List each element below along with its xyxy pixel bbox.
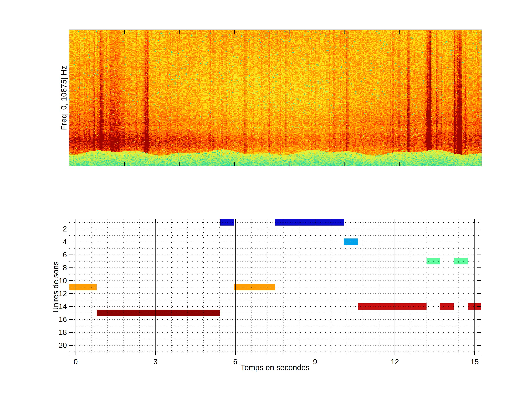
sound-unit-bar	[426, 258, 440, 264]
y-tick-label: 18	[47, 328, 67, 337]
sound-unit-bar	[234, 284, 275, 290]
y-tick-label: 16	[47, 315, 67, 324]
timeline-xlabel: Temps en secondes	[241, 363, 310, 372]
y-tick-label: 14	[47, 302, 67, 311]
sound-unit-bar	[275, 219, 344, 226]
sound-unit-bar	[97, 310, 220, 316]
spectrogram-image	[69, 30, 481, 166]
timeline-plot	[69, 219, 481, 355]
x-tick-label: 9	[302, 357, 328, 366]
x-tick-label: 12	[382, 357, 408, 366]
x-tick-label: 15	[462, 357, 488, 366]
sound-unit-bar	[454, 258, 468, 264]
sound-unit-bar	[69, 284, 97, 290]
sound-unit-bar	[440, 303, 454, 310]
matlab-figure: Freq [0, 10875] Hz Unites de sons Temps …	[0, 0, 532, 399]
x-tick-label: 0	[63, 357, 89, 366]
y-tick-label: 20	[47, 341, 67, 350]
y-tick-label: 10	[47, 276, 67, 285]
sound-unit-bar	[358, 303, 426, 310]
y-tick-label: 2	[47, 224, 67, 233]
spectrogram-ylabel: Freq [0, 10875] Hz	[59, 66, 68, 130]
x-tick-label: 3	[143, 357, 168, 366]
timeline-bars	[69, 219, 481, 355]
x-tick-label: 6	[222, 357, 248, 366]
spectrogram-plot	[69, 30, 482, 166]
y-tick-label: 12	[47, 289, 67, 298]
sound-unit-bar	[344, 239, 358, 245]
y-tick-label: 6	[47, 250, 67, 259]
sound-unit-bar	[220, 219, 234, 226]
y-tick-label: 4	[47, 237, 67, 246]
sound-unit-bar	[468, 303, 481, 310]
y-tick-label: 8	[47, 263, 67, 272]
